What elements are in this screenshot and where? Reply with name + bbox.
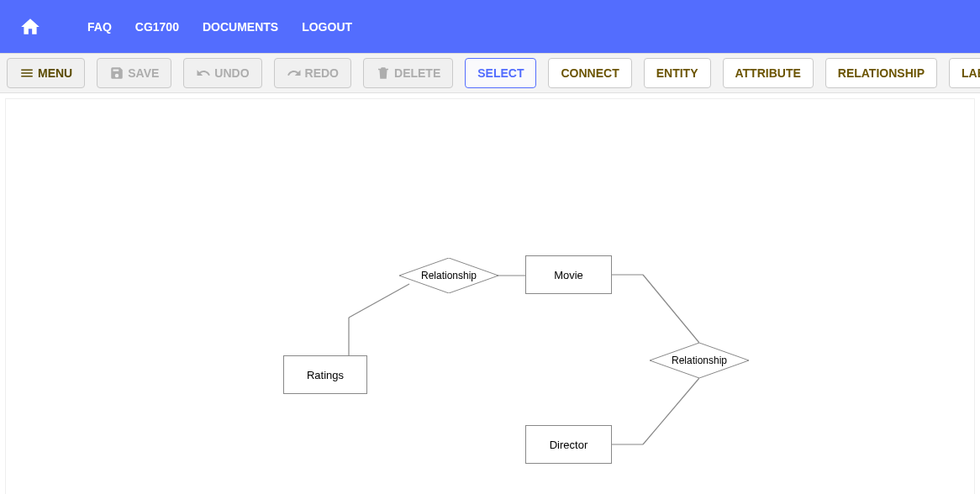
menu-icon: [19, 66, 34, 81]
relationship-button[interactable]: RELATIONSHIP: [825, 58, 937, 88]
redo-button: REDO: [274, 58, 351, 88]
delete-label: DELETE: [394, 66, 440, 80]
attribute-label: ATTRIBUTE: [735, 66, 801, 80]
diagram-canvas[interactable]: Ratings Movie Director Relationship Rela…: [5, 98, 975, 494]
save-icon: [109, 66, 124, 81]
entity-ratings[interactable]: Ratings: [283, 355, 367, 394]
entity-movie-label: Movie: [554, 269, 583, 281]
relationship-r1[interactable]: Relationship: [399, 258, 498, 293]
save-button: SAVE: [97, 58, 171, 88]
entity-director[interactable]: Director: [525, 425, 612, 464]
entity-movie[interactable]: Movie: [525, 255, 612, 294]
toolbar: MENU SAVE UNDO REDO DELETE SELECT CONNEC…: [0, 53, 980, 93]
select-button[interactable]: SELECT: [465, 58, 536, 88]
header-bar: FAQ CG1700 DOCUMENTS LOGOUT: [0, 0, 980, 53]
nav-links: FAQ CG1700 DOCUMENTS LOGOUT: [87, 20, 352, 34]
redo-label: REDO: [305, 66, 339, 80]
label-label: LABEL: [962, 66, 980, 80]
svg-line-4: [643, 275, 699, 343]
label-button[interactable]: LABEL: [949, 58, 980, 88]
menu-button[interactable]: MENU: [7, 58, 85, 88]
entity-label: ENTITY: [656, 66, 698, 80]
attribute-button[interactable]: ATTRIBUTE: [723, 58, 814, 88]
redo-icon: [287, 66, 302, 81]
nav-code[interactable]: CG1700: [135, 20, 179, 34]
entity-button[interactable]: ENTITY: [644, 58, 711, 88]
save-label: SAVE: [128, 66, 159, 80]
select-label: SELECT: [477, 66, 524, 80]
connect-button[interactable]: CONNECT: [548, 58, 631, 88]
nav-faq[interactable]: FAQ: [87, 20, 112, 34]
entity-director-label: Director: [550, 439, 588, 451]
lines-layer: [6, 99, 974, 494]
nav-logout[interactable]: LOGOUT: [302, 20, 352, 34]
connect-label: CONNECT: [561, 66, 619, 80]
trash-icon: [376, 66, 391, 81]
delete-button: DELETE: [363, 58, 453, 88]
undo-button: UNDO: [183, 58, 261, 88]
relationship-label: RELATIONSHIP: [838, 66, 925, 80]
menu-label: MENU: [38, 66, 72, 80]
svg-line-5: [643, 378, 699, 444]
relationship-r2-label: Relationship: [650, 343, 749, 378]
undo-icon: [196, 66, 211, 81]
home-icon[interactable]: [17, 16, 44, 38]
relationship-r1-label: Relationship: [399, 258, 498, 293]
nav-documents[interactable]: DOCUMENTS: [203, 20, 278, 34]
relationship-r2[interactable]: Relationship: [650, 343, 749, 378]
entity-ratings-label: Ratings: [307, 369, 344, 381]
undo-label: UNDO: [214, 66, 249, 80]
